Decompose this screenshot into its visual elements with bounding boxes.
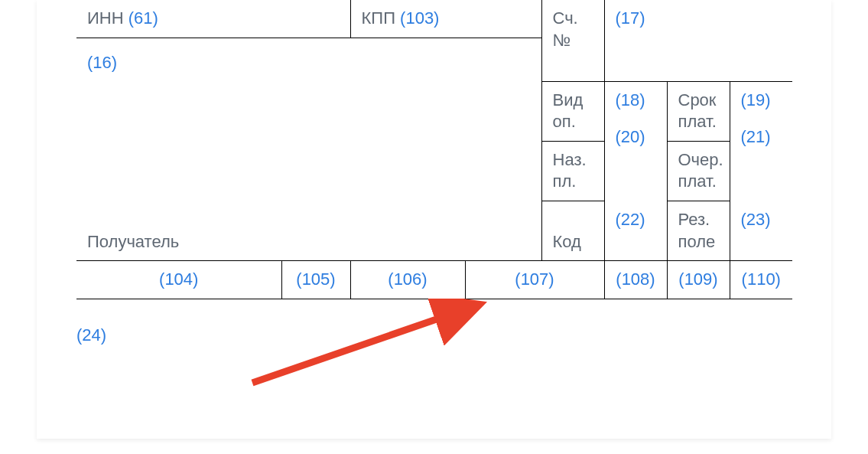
ref-16: (16): [87, 53, 117, 72]
footer-ref: (24): [76, 325, 106, 345]
vidop-label: Вид оп.: [553, 90, 584, 132]
recipient-label: Получатель: [87, 232, 179, 251]
cell-ref22: (22): [604, 201, 667, 261]
cell-ref23: (23): [730, 201, 792, 261]
ref-104: (104): [159, 269, 198, 289]
cell-inn: ИНН (61): [76, 0, 350, 38]
cell-104: (104): [76, 261, 281, 299]
svg-line-1: [252, 306, 474, 383]
cell-ocher: Очер. плат.: [667, 141, 730, 201]
cell-ref16: (16): [76, 38, 541, 81]
ocher-label: Очер. плат.: [678, 150, 723, 191]
inn-ref: (61): [128, 8, 158, 28]
cell-nazpl: Наз. пл.: [541, 141, 604, 201]
kpp-label: КПП: [362, 8, 395, 28]
cell-ref18-20: (18) (20): [604, 81, 667, 201]
sch-ref: (17): [616, 8, 645, 28]
cell-105: (105): [281, 261, 350, 299]
ref-107: (107): [515, 269, 554, 289]
cell-rez: Рез. поле: [667, 201, 730, 261]
ref-24: (24): [76, 325, 106, 345]
cell-sch-label: Сч. №: [541, 0, 604, 81]
cell-110: (110): [730, 261, 792, 299]
inn-label: ИНН: [87, 8, 124, 28]
srok-label: Срок плат.: [678, 90, 717, 132]
ref-106: (106): [388, 269, 427, 289]
ref-110: (110): [742, 269, 781, 289]
rez-label: Рез. поле: [678, 210, 716, 251]
ref-19: (19): [741, 90, 771, 109]
cell-recipient: Получатель: [76, 201, 541, 261]
ref-22: (22): [616, 210, 645, 229]
ref-105: (105): [296, 269, 335, 289]
payment-order-fragment: ИНН (61) КПП (103) Сч. № (17) (16) Вид о…: [76, 0, 780, 299]
cell-106: (106): [350, 261, 465, 299]
ref-108: (108): [616, 269, 655, 289]
cell-ref19-21: (19) (21): [730, 81, 792, 201]
cell-kpp: КПП (103): [350, 0, 541, 38]
form-table: ИНН (61) КПП (103) Сч. № (17) (16) Вид о…: [76, 0, 792, 299]
cell-107: (107): [465, 261, 604, 299]
cell-109: (109): [667, 261, 730, 299]
cell-vidop: Вид оп.: [541, 81, 604, 141]
ref-23: (23): [741, 210, 771, 229]
cell-empty-mid: [76, 81, 541, 201]
pointer-arrow-icon: [245, 299, 497, 390]
kod-label: Код: [553, 232, 581, 251]
cell-108: (108): [604, 261, 667, 299]
cell-kod: Код: [541, 201, 604, 261]
kpp-ref: (103): [400, 8, 439, 28]
ref-109: (109): [678, 269, 717, 289]
nazpl-label: Наз. пл.: [553, 150, 587, 191]
cell-sch-ref: (17): [604, 0, 792, 81]
sch-label: Сч. №: [553, 8, 578, 50]
cell-srok: Срок плат.: [667, 81, 730, 141]
ref-18: (18): [616, 90, 645, 109]
ref-20: (20): [616, 127, 645, 146]
ref-21: (21): [741, 127, 771, 146]
